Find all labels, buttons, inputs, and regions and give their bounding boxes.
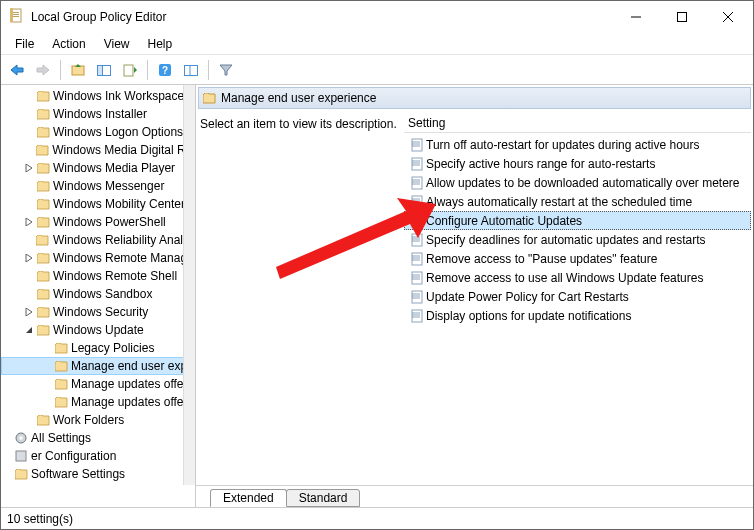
folder-icon xyxy=(35,125,51,139)
tree-item[interactable]: Windows Logon Options xyxy=(1,123,195,141)
tree-item-label: Windows Mobility Center xyxy=(51,197,185,211)
show-hide-tree-button[interactable] xyxy=(92,58,116,82)
setting-item[interactable]: Remove access to use all Windows Update … xyxy=(404,268,751,287)
folder-icon xyxy=(35,269,51,283)
maximize-button[interactable] xyxy=(659,2,705,32)
setting-label: Configure Automatic Updates xyxy=(426,214,582,228)
folder-icon xyxy=(35,251,51,265)
tree-item[interactable]: Windows Messenger xyxy=(1,177,195,195)
tree-item[interactable]: Manage updates offere xyxy=(1,393,195,411)
svg-point-70 xyxy=(412,238,413,239)
toolbar-sep-3 xyxy=(208,60,209,80)
setting-item[interactable]: Specify active hours range for auto-rest… xyxy=(404,154,751,173)
tree-item[interactable]: Legacy Policies xyxy=(1,339,195,357)
menu-action[interactable]: Action xyxy=(44,35,93,53)
svg-point-42 xyxy=(412,162,413,163)
svg-point-92 xyxy=(412,297,413,298)
tree-item[interactable]: Windows PowerShell xyxy=(1,213,195,231)
svg-point-48 xyxy=(412,179,413,180)
tree-item[interactable]: Windows Sandbox xyxy=(1,285,195,303)
setting-label: Specify deadlines for automatic updates … xyxy=(426,233,706,247)
tree-item[interactable]: Windows Update xyxy=(1,321,195,339)
svg-rect-3 xyxy=(13,16,19,17)
setting-label: Remove access to "Pause updates" feature xyxy=(426,252,657,266)
svg-point-57 xyxy=(412,202,413,203)
properties-button[interactable] xyxy=(179,58,203,82)
folder-icon xyxy=(35,305,51,319)
svg-point-50 xyxy=(412,183,413,184)
tree-item[interactable]: Windows Mobility Center xyxy=(1,195,195,213)
folder-icon xyxy=(35,323,51,337)
settings-list[interactable]: Turn off auto-restart for updates during… xyxy=(404,133,751,483)
up-button[interactable] xyxy=(66,58,90,82)
expand-icon[interactable] xyxy=(23,326,35,334)
tree-item[interactable]: er Configuration xyxy=(1,447,195,465)
tree-item[interactable]: Windows Ink Workspace xyxy=(1,87,195,105)
svg-point-69 xyxy=(412,236,413,237)
tree-item[interactable]: Software Settings xyxy=(1,465,195,483)
setting-item[interactable]: Allow updates to be downloaded automatic… xyxy=(404,173,751,192)
export-button[interactable] xyxy=(118,58,142,82)
svg-rect-2 xyxy=(13,14,19,15)
tree-item[interactable]: Work Folders xyxy=(1,411,195,429)
close-button[interactable] xyxy=(705,2,751,32)
svg-marker-10 xyxy=(37,65,49,75)
expand-icon[interactable] xyxy=(23,164,35,172)
expand-icon[interactable] xyxy=(23,218,35,226)
tree-item-label: Windows Update xyxy=(51,323,144,337)
tree-item[interactable]: Windows Media Digital Rig xyxy=(1,141,195,159)
tab-extended[interactable]: Extended xyxy=(210,489,287,507)
folder-icon xyxy=(35,197,51,211)
expand-icon[interactable] xyxy=(23,254,35,262)
tree-item[interactable]: Windows Security xyxy=(1,303,195,321)
svg-marker-25 xyxy=(26,308,32,316)
tree-item[interactable]: Manage updates offere xyxy=(1,375,195,393)
tree-item[interactable]: Windows Remote Shell xyxy=(1,267,195,285)
policy-icon xyxy=(408,309,426,323)
menu-view[interactable]: View xyxy=(96,35,138,53)
detail-body: Select an item to view its description. … xyxy=(198,113,751,483)
tree-pane[interactable]: Windows Ink WorkspaceWindows InstallerWi… xyxy=(1,85,196,507)
setting-item[interactable]: Configure Automatic Updates xyxy=(404,211,751,230)
help-button[interactable]: ? xyxy=(153,58,177,82)
tree-item-label: Windows Remote Shell xyxy=(51,269,177,283)
tree-item[interactable]: Manage end user expe xyxy=(1,357,195,375)
tree-item-label: Windows Media Player xyxy=(51,161,175,175)
menu-help[interactable]: Help xyxy=(140,35,181,53)
tree-item[interactable]: Windows Media Player xyxy=(1,159,195,177)
column-header-setting[interactable]: Setting xyxy=(404,113,751,133)
tree-scrollbar[interactable] xyxy=(183,85,195,485)
filter-button[interactable] xyxy=(214,58,238,82)
forward-button[interactable] xyxy=(31,58,55,82)
tree-item[interactable]: Windows Installer xyxy=(1,105,195,123)
tree-item[interactable]: Windows Reliability Analys xyxy=(1,231,195,249)
tree-item-label: Windows Media Digital Rig xyxy=(50,143,195,157)
svg-point-43 xyxy=(412,164,413,165)
svg-point-34 xyxy=(412,141,413,142)
toolbar-sep xyxy=(60,60,61,80)
svg-point-84 xyxy=(412,276,413,277)
setting-item[interactable]: Always automatically restart at the sche… xyxy=(404,192,751,211)
menu-file[interactable]: File xyxy=(7,35,42,53)
tree-item[interactable]: Windows Remote Manage xyxy=(1,249,195,267)
expand-icon[interactable] xyxy=(23,308,35,316)
minimize-button[interactable] xyxy=(613,2,659,32)
tree-item[interactable]: All Settings xyxy=(1,429,195,447)
setting-item[interactable]: Update Power Policy for Cart Restarts xyxy=(404,287,751,306)
settings-icon xyxy=(13,431,29,445)
setting-item[interactable]: Display options for update notifications xyxy=(404,306,751,325)
setting-item[interactable]: Specify deadlines for automatic updates … xyxy=(404,230,751,249)
svg-point-64 xyxy=(412,221,413,222)
setting-item[interactable]: Turn off auto-restart for updates during… xyxy=(404,135,751,154)
tree-item-label: Manage updates offere xyxy=(69,377,194,391)
detail-pane: Manage end user experience Select an ite… xyxy=(196,85,753,507)
tree-item-label: Windows Reliability Analys xyxy=(51,233,195,247)
setting-label: Turn off auto-restart for updates during… xyxy=(426,138,699,152)
detail-header-title: Manage end user experience xyxy=(219,91,376,105)
svg-rect-30 xyxy=(412,139,422,151)
tab-standard[interactable]: Standard xyxy=(286,489,361,507)
setting-item[interactable]: Remove access to "Pause updates" feature xyxy=(404,249,751,268)
setting-label: Remove access to use all Windows Update … xyxy=(426,271,703,285)
svg-point-28 xyxy=(19,436,23,440)
back-button[interactable] xyxy=(5,58,29,82)
